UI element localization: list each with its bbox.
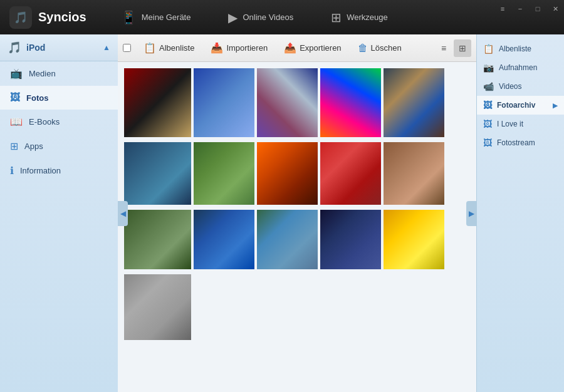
menu-button[interactable]: ≡: [494, 0, 511, 18]
photo-item[interactable]: [320, 68, 381, 137]
device-arrow-icon: ▲: [103, 43, 110, 52]
delete-icon: 🗑: [358, 43, 368, 54]
photo-item[interactable]: [320, 210, 381, 269]
export-icon: 📤: [284, 42, 296, 54]
device-name: iPod: [26, 43, 45, 53]
ipod-icon: 🎵: [8, 41, 21, 54]
right-panel: 📋 Albenliste 📷 Aufnahmen 📹 Videos 🖼 Foto…: [476, 34, 564, 392]
panel-albenliste-label: Albenliste: [499, 44, 531, 53]
panel-fotostream-label: Fotostream: [497, 138, 535, 147]
loeschen-label: Löschen: [371, 43, 402, 53]
apps-icon: ⊞: [10, 140, 18, 152]
albenliste-label: Albenliste: [159, 43, 194, 53]
video-icon: 📹: [483, 81, 494, 91]
panel-fotostream[interactable]: 🖼 Fotostream: [477, 133, 564, 152]
tab-tools[interactable]: ⊞ Werkzeuge: [312, 5, 407, 30]
titlebar: 🎵 Syncios 📱 Meine Geräte ▶ Online Videos…: [0, 0, 564, 34]
device-header: 🎵 iPod ▲: [0, 34, 118, 61]
panel-videos[interactable]: 📹 Videos: [477, 77, 564, 96]
info-icon: ℹ: [10, 165, 14, 177]
tab-my-devices[interactable]: 📱 Meine Geräte: [102, 5, 210, 30]
sidebar-item-medien[interactable]: 📺 Medien: [0, 61, 118, 86]
sidebar-fotos-label: Fotos: [26, 93, 48, 103]
window-controls: ≡ − □ ✕: [494, 0, 564, 18]
sidebar-item-fotos[interactable]: 🖼 Fotos: [0, 86, 118, 110]
tab-online-videos-label: Online Videos: [243, 13, 293, 22]
play-icon: ▶: [228, 10, 238, 25]
photo-item[interactable]: [124, 274, 191, 340]
photo-item[interactable]: [257, 210, 318, 269]
sidebar-apps-label: Apps: [24, 142, 43, 151]
panel-albenliste[interactable]: 📋 Albenliste: [477, 39, 564, 58]
photo-item[interactable]: [384, 68, 444, 137]
photo-item[interactable]: [257, 142, 318, 205]
sidebar-ebooks-label: E-Books: [29, 117, 60, 126]
loeschen-button[interactable]: 🗑 Löschen: [350, 39, 409, 57]
panel-fotoarchiv[interactable]: 🖼 Fotoarchiv ▶: [477, 96, 564, 115]
content-area: 📋 Albenliste 📥 Importieren 📤 Exportieren…: [118, 34, 476, 392]
photo-item[interactable]: [194, 210, 254, 269]
photo-row-3: [124, 210, 444, 269]
importieren-label: Importieren: [226, 43, 268, 53]
photo-item[interactable]: [124, 142, 191, 205]
app-title: Syncios: [38, 10, 86, 24]
grid-icon: ⊞: [331, 10, 342, 25]
panel-fotoarchiv-label: Fotoarchiv: [497, 101, 535, 110]
import-icon: 📥: [211, 42, 223, 54]
sidebar-medien-label: Medien: [29, 69, 56, 78]
panel-aufnahmen-label: Aufnahmen: [499, 63, 537, 72]
photo-icon: 🖼: [10, 92, 20, 103]
photo-item[interactable]: [124, 210, 191, 269]
list-view-button[interactable]: ≡: [435, 39, 452, 57]
toolbar: 📋 Albenliste 📥 Importieren 📤 Exportieren…: [118, 34, 476, 62]
panel-arrow-icon: ▶: [553, 102, 558, 109]
panel-i-love-it-label: I Love it: [497, 120, 523, 128]
sidebar-collapse-button[interactable]: ◀: [118, 201, 128, 226]
albenliste-panel-icon: 📋: [483, 44, 494, 54]
photo-item[interactable]: [194, 142, 254, 205]
sidebar-item-information[interactable]: ℹ Information: [0, 158, 118, 183]
minimize-button[interactable]: −: [511, 0, 529, 18]
photo-item[interactable]: [384, 142, 444, 205]
camera-icon: 📷: [483, 63, 494, 73]
exportieren-button[interactable]: 📤 Exportieren: [276, 39, 348, 57]
photo-row-1: [124, 68, 444, 137]
exportieren-label: Exportieren: [300, 43, 341, 53]
photo-row-4: [124, 274, 191, 340]
photo-item[interactable]: [320, 142, 381, 205]
photo-item[interactable]: [384, 210, 444, 269]
albenliste-button[interactable]: 📋 Albenliste: [136, 39, 202, 57]
logo-area: 🎵 Syncios: [0, 6, 96, 29]
app-logo-icon: 🎵: [9, 6, 32, 29]
fotoarchiv-icon: 🖼: [483, 100, 492, 110]
sidebar: 🎵 iPod ▲ 📺 Medien 🖼 Fotos 📖 E-Books ⊞ Ap…: [0, 34, 118, 392]
maximize-button[interactable]: □: [529, 0, 546, 18]
tv-icon: 📺: [10, 68, 23, 80]
heart-icon: 🖼: [483, 119, 492, 129]
tab-my-devices-label: Meine Geräte: [142, 13, 191, 22]
book-icon: 📖: [10, 116, 23, 128]
photo-item[interactable]: [257, 68, 318, 137]
panel-i-love-it[interactable]: 🖼 I Love it: [477, 115, 564, 133]
right-panel-collapse-button[interactable]: ▶: [466, 201, 476, 226]
close-button[interactable]: ✕: [546, 0, 564, 18]
main-wrapper: 🎵 iPod ▲ 📺 Medien 🖼 Fotos 📖 E-Books ⊞ Ap…: [0, 34, 564, 392]
select-all-checkbox[interactable]: [123, 44, 131, 52]
albenliste-icon: 📋: [144, 42, 156, 54]
sidebar-item-ebooks[interactable]: 📖 E-Books: [0, 110, 118, 134]
stream-icon: 🖼: [483, 138, 492, 148]
panel-aufnahmen[interactable]: 📷 Aufnahmen: [477, 58, 564, 77]
photo-item[interactable]: [194, 68, 254, 137]
panel-videos-label: Videos: [499, 82, 521, 91]
sidebar-information-label: Information: [20, 166, 61, 175]
tab-tools-label: Werkzeuge: [347, 13, 388, 22]
main-layout: 🎵 iPod ▲ 📺 Medien 🖼 Fotos 📖 E-Books ⊞ Ap…: [0, 34, 564, 392]
photo-grid: [118, 62, 476, 392]
sidebar-item-apps[interactable]: ⊞ Apps: [0, 134, 118, 158]
photo-item[interactable]: [124, 68, 191, 137]
grid-view-button[interactable]: ⊞: [454, 39, 471, 57]
importieren-button[interactable]: 📥 Importieren: [203, 39, 275, 57]
tab-online-videos[interactable]: ▶ Online Videos: [209, 5, 312, 30]
photo-row-2: [124, 142, 444, 205]
phone-icon: 📱: [121, 10, 137, 25]
